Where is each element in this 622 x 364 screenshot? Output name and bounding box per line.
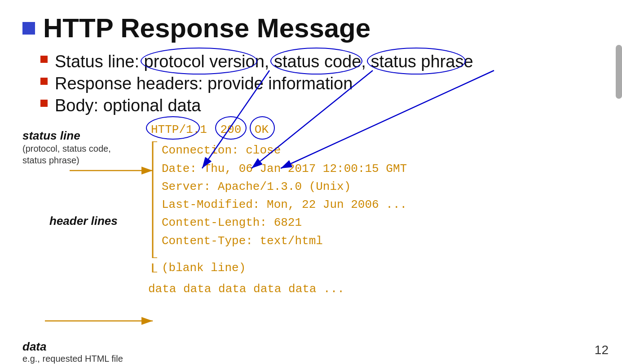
label-data-sub: e.g., requested HTML file xyxy=(22,354,123,364)
header-last-modified: Last-Modified: Mon, 22 Jun 2006 ... xyxy=(162,196,407,214)
bullet-icon-1 xyxy=(40,56,48,63)
data-line-text: data data data data data ... xyxy=(148,280,595,298)
bullet-icon-2 xyxy=(40,78,48,85)
data-line-row: data data data data data ... xyxy=(148,280,595,298)
slide: HTTP Response Message Status line: proto… xyxy=(0,0,622,364)
header-content-length: Content-Length: 6821 xyxy=(162,214,407,232)
header-date: Date: Thu, 06 Jan 2017 12:00:15 GMT xyxy=(162,160,407,178)
header-server: Server: Apache/1.3.0 (Unix) xyxy=(162,178,407,196)
status-phrase: OK xyxy=(255,123,269,136)
bullet-item-1: Status line: protocol version, status co… xyxy=(40,52,595,71)
bullet-item-2: Response headers: provide information xyxy=(40,74,595,93)
status-code: 200 xyxy=(220,123,241,136)
label-header-lines: header lines xyxy=(49,214,118,228)
page-number: 12 xyxy=(595,343,609,357)
slide-title: HTTP Response Message xyxy=(43,13,371,43)
bullet-text-1: Status line: protocol version, status co… xyxy=(55,52,473,71)
blank-line-row: (blank line) xyxy=(148,259,595,277)
header-lines-block: Connection: close Date: Thu, 06 Jan 2017… xyxy=(148,141,595,258)
bracket xyxy=(148,141,157,258)
title-section: HTTP Response Message xyxy=(22,13,595,43)
label-status-line-sub: (protocol, status code,status phrase) xyxy=(22,143,111,166)
label-status-line-title: status line xyxy=(22,129,111,143)
blank-bracket-svg xyxy=(148,263,157,272)
header-connection: Connection: close xyxy=(162,141,407,159)
title-bullet-icon xyxy=(22,22,35,35)
code-area: HTTP/1.1 200 OK xyxy=(139,120,595,298)
bullet-list: Status line: protocol version, status co… xyxy=(40,52,595,115)
label-status-line: status line (protocol, status code,statu… xyxy=(22,129,111,166)
status-line-row: HTTP/1.1 200 OK xyxy=(148,120,595,140)
content-area: status line (protocol, status code,statu… xyxy=(22,120,595,298)
bullet-item-3: Body: optional data xyxy=(40,96,595,115)
header-lines-content: Connection: close Date: Thu, 06 Jan 2017… xyxy=(162,141,407,258)
status-line-code: HTTP/1.1 200 OK xyxy=(148,120,271,140)
label-data-title: data xyxy=(22,340,123,354)
label-header-lines-title: header lines xyxy=(49,214,118,228)
bracket-svg xyxy=(148,141,157,258)
bullet-text-2: Response headers: provide information xyxy=(55,74,353,93)
bullet-icon-3 xyxy=(40,100,48,107)
protocol-version: HTTP/1.1 xyxy=(151,123,207,136)
header-content-type: Content-Type: text/html xyxy=(162,232,407,250)
left-labels: status line (protocol, status code,statu… xyxy=(22,120,139,298)
label-data: data e.g., requested HTML file xyxy=(22,340,123,364)
scrollbar[interactable] xyxy=(616,45,622,99)
blank-line-text: (blank line) xyxy=(162,259,246,277)
bullet-text-3: Body: optional data xyxy=(55,96,201,115)
